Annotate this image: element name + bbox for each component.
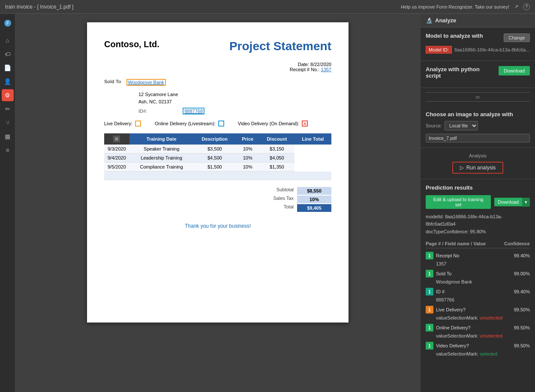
address: 12 Sycamore Lane Ash, NC, 02137 — [138, 91, 331, 105]
field-live-delivery: Live Delivery? — [436, 307, 511, 312]
invoice-table: ⊞ Training Date Description Price Discou… — [104, 133, 331, 180]
sidebar-item-person[interactable]: 👤 — [2, 75, 14, 87]
file-row — [426, 134, 530, 142]
result-online-delivery: 1 Online Delivery? 99.50% valueSelection… — [426, 322, 530, 339]
right-panel: 🔬 Analyze Model to analyze with Change M… — [420, 14, 535, 392]
badge-sold-to: 1 — [426, 270, 433, 277]
sidebar-item-grid[interactable]: ▦ — [2, 130, 14, 142]
result-sold-to: 1 Sold To 99.00% Woodgrove Bank — [426, 268, 530, 285]
run-analysis-button[interactable]: ▷ Run analysis — [452, 162, 504, 174]
python-section-title: Analyze with python script — [426, 66, 494, 79]
analysis-label: Analysis — [426, 153, 530, 158]
svg-text:F: F — [6, 21, 9, 26]
app-logo: F — [2, 17, 14, 29]
badge-online-delivery: 1 — [426, 324, 433, 332]
col-discount: Discount — [259, 133, 294, 145]
run-label: Run analysis — [466, 165, 496, 171]
sidebar-item-home[interactable]: ⌂ — [2, 34, 14, 46]
document-title: Project Statement — [229, 39, 331, 53]
download-python-button[interactable]: Download — [499, 66, 530, 75]
address-line2: Ash, NC, 02137 — [138, 98, 331, 106]
sidebar-item-branch[interactable]: ⑂ — [2, 117, 14, 129]
video-delivery-checkbox: ✕ — [302, 121, 308, 127]
receipt-value: 1357 — [321, 67, 331, 72]
row1-total: $3,150 — [259, 145, 294, 154]
choose-title: Choose an image to analyze with — [426, 111, 530, 118]
help-icon[interactable]: ? — [523, 3, 530, 10]
field-receipt-no: Receipt No — [436, 253, 511, 258]
sidebar-item-document[interactable]: 📄 — [2, 62, 14, 74]
left-sidebar: F ⌂ 🏷 📄 👤 ⚙ ✏ ⑂ ▦ ≡ — [0, 14, 15, 392]
value-sold-to: Woodgrove Bank — [426, 279, 530, 285]
sidebar-item-edit[interactable]: ✏ — [2, 103, 14, 115]
row2-date: 9/4/2020 — [104, 154, 129, 163]
panel-title: Analyze — [435, 17, 456, 24]
row1-date: 9/3/2020 — [104, 145, 129, 154]
python-section: Analyze with python script Download — [421, 61, 535, 88]
result-receipt-no: 1 Receipt No 99.40% 1357 — [426, 250, 530, 267]
col-price: Price — [236, 133, 259, 145]
sold-to-label: Sold To — [104, 79, 121, 86]
row2-discount: 10% — [236, 154, 259, 163]
badge-receipt-no: 1 — [426, 252, 433, 259]
table-row: 9/5/2020 Compliance Training $1,500 10% … — [104, 163, 331, 172]
result-id: 1 ID # 99.40% 8887766 — [426, 286, 530, 303]
id-value: 8887768 — [183, 108, 204, 115]
address-line1: 12 Sycamore Lane — [138, 91, 331, 98]
id-label: ID#: — [138, 109, 148, 114]
run-icon: ▷ — [460, 165, 464, 171]
conf-live-delivery: 99.50% — [514, 307, 530, 312]
window-title: train invoice - [ Invoice_1.pdf ] — [5, 4, 73, 10]
prediction-section: Prediction results Edit & upload to trai… — [421, 179, 535, 363]
table-icon: ⊞ — [113, 136, 120, 142]
result-video-delivery: 1 Video Delivery? 99.50% valueSelectionM… — [426, 340, 530, 357]
sidebar-item-stack[interactable]: ≡ — [2, 144, 14, 156]
company-name: Contoso, Ltd. — [104, 39, 159, 49]
doc-header: Contoso, Ltd. Project Statement — [104, 39, 331, 53]
badge-live-delivery: 1 — [426, 306, 433, 314]
value-video-delivery: valueSelectionMark: selected — [426, 351, 530, 357]
model-id-row: Model ID: 8aa16866-16fe-44ca-b13a-8bfc6a… — [426, 46, 530, 54]
external-link-icon[interactable]: ↗ — [513, 3, 520, 10]
sidebar-item-tag[interactable]: 🏷 — [2, 48, 14, 60]
total-label: Total — [263, 204, 297, 212]
file-input[interactable] — [426, 134, 530, 142]
sidebar-item-settings[interactable]: ⚙ — [2, 89, 14, 101]
field-video-delivery: Video Delivery? — [436, 343, 511, 348]
row1-discount: 10% — [236, 145, 259, 154]
subtotal-row: Subtotal $8,550 — [263, 187, 331, 195]
edit-upload-button[interactable]: Edit & upload to training set — [426, 195, 491, 209]
badge-id: 1 — [426, 288, 433, 296]
results-col1: Page # / Field name / Value — [426, 241, 486, 246]
model-section-title: Model to analyze with — [426, 33, 483, 39]
download-split-button: Download ▾ — [494, 195, 530, 209]
field-sold-to: Sold To — [436, 271, 511, 276]
online-delivery-label: Online Delivery (Livestream): — [155, 121, 216, 126]
top-bar-right: Help us improve Form Recognizer. Take ou… — [401, 3, 530, 10]
sales-tax-row: Sales Tax 10% — [263, 196, 331, 203]
col-training-date: Training Date — [129, 133, 194, 145]
conf-video-delivery: 99.50% — [514, 343, 530, 348]
value-online-delivery: valueSelectionMark: unselected — [426, 333, 530, 339]
model-id-full: modelId: 8aa16866-16fe-44ca-b13a-8bfc6ad… — [426, 213, 530, 227]
sold-to-value: Woodgrove Bank — [126, 79, 166, 86]
source-select[interactable]: Local file — [445, 121, 478, 130]
col-line-total: Line Total — [295, 133, 331, 145]
col-description: Description — [194, 133, 236, 145]
source-row: Source: Local file — [426, 121, 530, 130]
badge-video-delivery: 1 — [426, 342, 433, 350]
change-button[interactable]: Change — [504, 33, 530, 42]
download-arrow-button[interactable]: ▾ — [522, 198, 530, 207]
total-value: $9,405 — [297, 204, 331, 212]
row3-date: 9/5/2020 — [104, 163, 129, 172]
value-live-delivery: valueSelectionMark: unselected — [426, 315, 530, 321]
receipt-label: Receipt # No.: — [290, 67, 321, 72]
pred-actions: Edit & upload to training set Download ▾ — [426, 195, 530, 209]
results-header: Page # / Field name / Value Confidence — [426, 239, 530, 248]
doc-footer: Thank you for your business! — [104, 223, 331, 229]
doc-date: Date: 8/22/2020 — [104, 62, 331, 67]
doc-type-confidence: docTypeConfidence: 95.80% — [426, 229, 530, 234]
sales-tax-value: 10% — [297, 196, 331, 203]
field-online-delivery: Online Delivery? — [436, 325, 511, 330]
download-main-button[interactable]: Download — [494, 198, 522, 206]
